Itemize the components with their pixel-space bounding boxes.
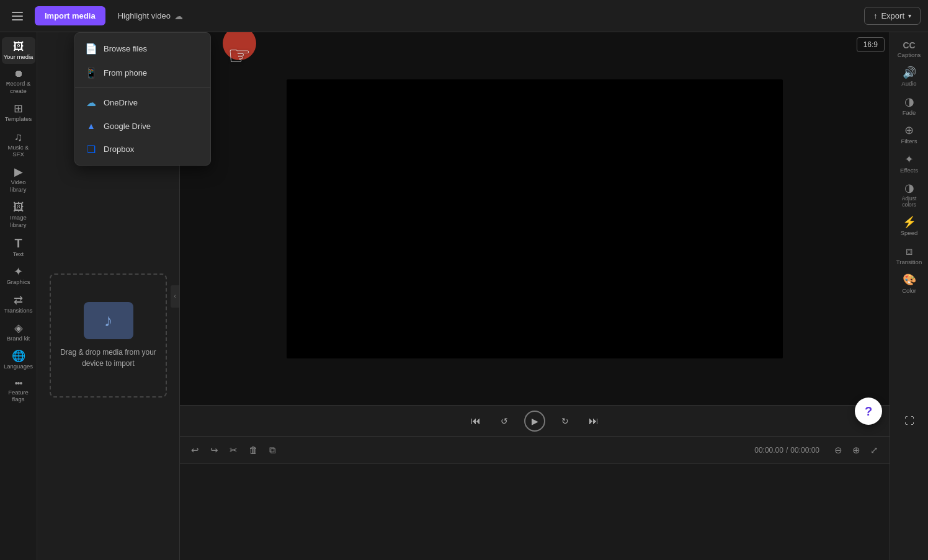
music-icon: ♫ [14, 131, 23, 143]
play-icon: ▶ [532, 416, 538, 426]
video-preview-area: 16:9 [180, 32, 890, 405]
skip-back-button[interactable]: ⏮ [467, 413, 484, 429]
google-drive-item[interactable]: ▲ Google Drive [75, 115, 210, 137]
browse-files-item[interactable]: 📄 Browse files [75, 37, 210, 61]
right-label-transition: Transition [896, 259, 922, 265]
undo-button[interactable]: ↩ [187, 442, 203, 458]
drag-drop-text: Drag & drop media from your device to im… [51, 347, 166, 369]
music-note-icon: ♪ [104, 311, 113, 331]
play-button[interactable]: ▶ [524, 411, 545, 432]
aspect-ratio-button[interactable]: 16:9 [857, 37, 885, 52]
video-screen [287, 79, 783, 358]
sidebar-item-record-create[interactable]: ⏺ Record &create [2, 65, 35, 98]
export-label: Export [881, 11, 904, 20]
right-item-audio[interactable]: 🔊 Audio [892, 63, 927, 91]
from-phone-item[interactable]: 📱 From phone [75, 61, 210, 85]
image-library-icon: 🖼 [13, 202, 24, 213]
browse-files-icon: 📄 [85, 43, 97, 55]
effects-icon: ✦ [904, 154, 914, 165]
sidebar-item-brand-kit[interactable]: ◈ Brand kit [2, 319, 35, 345]
right-item-speed[interactable]: ⚡ Speed [892, 213, 927, 240]
export-chevron-icon: ▾ [908, 12, 911, 19]
onedrive-item[interactable]: ☁ OneDrive [75, 91, 210, 115]
skip-forward-button[interactable]: ⏭ [585, 413, 602, 429]
adjust-colors-icon: ◑ [904, 182, 914, 193]
sidebar-item-transitions[interactable]: ⇄ Transitions [2, 291, 35, 318]
right-label-color: Color [902, 287, 916, 294]
sidebar-item-your-media[interactable]: 🖼 Your media [2, 37, 35, 64]
zoom-out-button[interactable]: ⊖ [831, 442, 846, 458]
right-item-fade[interactable]: ◑ Fade [892, 92, 927, 120]
zoom-in-button[interactable]: ⊕ [849, 442, 864, 458]
forward-5s-button[interactable]: ↻ [558, 414, 573, 429]
video-library-icon: ▶ [14, 166, 23, 177]
export-up-icon: ↑ [873, 11, 878, 20]
right-item-color[interactable]: 🎨 Color [892, 270, 927, 298]
cloud-icon: ☁ [174, 11, 183, 21]
hamburger-line [12, 12, 23, 13]
redo-button[interactable]: ↪ [207, 442, 222, 458]
fit-view-button[interactable]: ⤢ [867, 442, 882, 458]
fade-icon: ◑ [904, 96, 914, 107]
sidebar-item-languages[interactable]: 🌐 Languages [2, 347, 35, 373]
collapse-panel-button[interactable]: ‹ [171, 285, 179, 308]
video-controls: ⏮ ↺ ▶ ↻ ⏭ ⛶ [180, 405, 890, 436]
right-label-speed: Speed [901, 229, 917, 236]
hamburger-line [12, 16, 23, 17]
sidebar-label-record: Record &create [6, 80, 31, 94]
export-button[interactable]: ↑ Export ▾ [864, 7, 921, 25]
timeline-time: 00:00.00 / 00:00:00 [754, 446, 819, 455]
transitions-icon: ⇄ [14, 295, 23, 306]
right-item-adjust-colors[interactable]: ◑ Adjustcolors [892, 179, 927, 211]
right-label-audio: Audio [901, 80, 916, 87]
sidebar-item-templates[interactable]: ⊞ Templates [2, 99, 35, 126]
templates-icon: ⊞ [14, 103, 23, 114]
dropbox-item[interactable]: ❏ Dropbox [75, 137, 210, 161]
dropdown-divider [75, 87, 210, 88]
media-panel: 📄 Browse files 📱 From phone ☁ OneDrive ▲… [37, 32, 180, 560]
topbar-left: Import media Highlight video ☁ [7, 6, 190, 26]
your-media-icon: 🖼 [13, 41, 24, 52]
sidebar-item-music-sfx[interactable]: ♫ Music & SFX [2, 128, 35, 162]
right-label-effects: Effects [900, 167, 918, 174]
sidebar-item-video-library[interactable]: ▶ Video library [2, 162, 35, 197]
cut-button[interactable]: ✂ [226, 442, 241, 458]
right-item-filters[interactable]: ⊕ Filters [892, 121, 927, 148]
right-label-adjust-colors: Adjustcolors [902, 195, 917, 208]
onedrive-icon: ☁ [85, 97, 97, 109]
timeline-content [180, 464, 890, 560]
sidebar-item-text[interactable]: T Text [2, 233, 35, 261]
sidebar-item-graphics[interactable]: ✦ Graphics [2, 262, 35, 289]
sidebar-item-image-library[interactable]: 🖼 Image library [2, 198, 35, 232]
dropbox-icon: ❏ [85, 143, 97, 155]
music-file-icon-box: ♪ [84, 302, 133, 339]
sidebar-label-templates: Templates [5, 115, 32, 122]
from-phone-label: From phone [104, 68, 147, 78]
google-drive-icon: ▲ [85, 121, 97, 131]
timeline-zoom-controls: ⊖ ⊕ ⤢ [831, 442, 882, 458]
import-media-button[interactable]: Import media [35, 6, 105, 25]
right-item-transition[interactable]: ⧈ Transition [892, 242, 927, 269]
sidebar-label-music: Music & SFX [3, 144, 34, 158]
sidebar-label-feature-flags: Feature flags [3, 389, 34, 403]
sidebar-label-graphics: Graphics [6, 278, 30, 285]
sidebar-label-text: Text [13, 251, 24, 257]
rewind-5s-button[interactable]: ↺ [497, 414, 512, 429]
help-button[interactable]: ? [855, 398, 882, 425]
right-item-effects[interactable]: ✦ Effects [892, 150, 927, 177]
thumbnail-grid [102, 195, 115, 242]
total-time: 00:00:00 [790, 446, 819, 455]
delete-button[interactable]: 🗑 [245, 442, 262, 458]
captions-icon: CC [903, 41, 915, 50]
aspect-ratio-container: 16:9 [857, 37, 885, 52]
copy-button[interactable]: ⧉ [265, 442, 280, 458]
right-item-captions[interactable]: CC Captions [892, 37, 927, 62]
highlight-video-tab[interactable]: Highlight video ☁ [110, 7, 190, 25]
text-icon: T [14, 237, 22, 249]
record-icon: ⏺ [14, 69, 24, 79]
timeline-area: ↩ ↪ ✂ 🗑 ⧉ 00:00.00 / 00:00:00 ⊖ ⊕ ⤢ [180, 436, 890, 560]
hamburger-button[interactable] [7, 6, 27, 26]
sidebar-item-feature-flags[interactable]: ••• Feature flags [2, 375, 35, 407]
time-separator: / [786, 446, 788, 455]
languages-icon: 🌐 [12, 350, 25, 362]
